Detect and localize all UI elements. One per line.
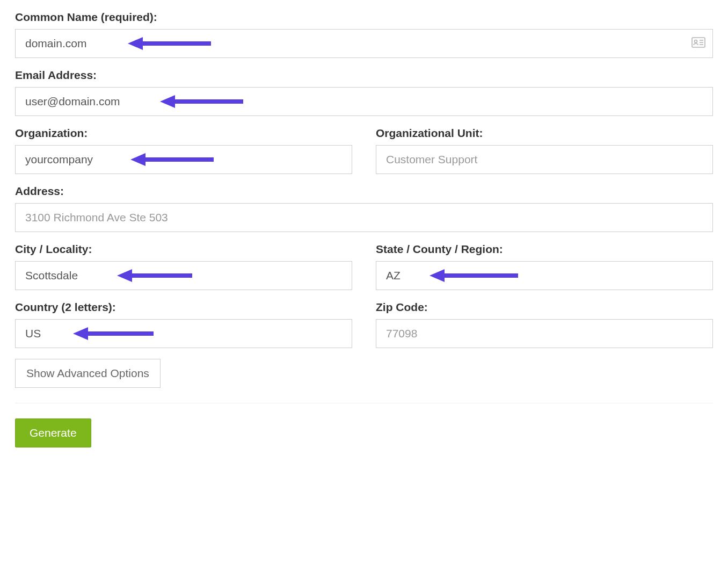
- org-unit-label: Organizational Unit:: [376, 127, 713, 140]
- address-input[interactable]: [15, 203, 713, 232]
- divider: [15, 403, 713, 403]
- zip-label: Zip Code:: [376, 301, 713, 314]
- id-card-icon: [691, 37, 705, 50]
- country-input[interactable]: [15, 319, 352, 348]
- state-label: State / County / Region:: [376, 243, 713, 256]
- common-name-label: Common Name (required):: [15, 11, 713, 24]
- city-label: City / Locality:: [15, 243, 352, 256]
- organization-input[interactable]: [15, 145, 352, 174]
- org-unit-input[interactable]: [376, 145, 713, 174]
- address-label: Address:: [15, 185, 713, 198]
- organization-label: Organization:: [15, 127, 352, 140]
- country-label: Country (2 letters):: [15, 301, 352, 314]
- email-input[interactable]: [15, 87, 713, 116]
- show-advanced-button[interactable]: Show Advanced Options: [15, 359, 161, 388]
- city-input[interactable]: [15, 261, 352, 290]
- common-name-input[interactable]: [15, 29, 713, 58]
- zip-input[interactable]: [376, 319, 713, 348]
- state-input[interactable]: [376, 261, 713, 290]
- svg-point-1: [695, 40, 697, 43]
- generate-button[interactable]: Generate: [15, 418, 91, 447]
- email-label: Email Address:: [15, 69, 713, 82]
